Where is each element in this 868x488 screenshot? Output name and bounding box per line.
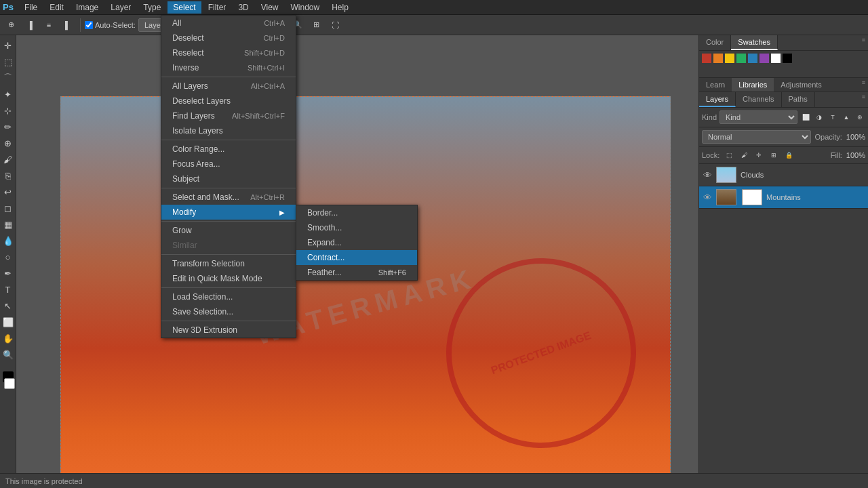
menu-item-new-3d-extrusion[interactable]: New 3D Extrusion bbox=[161, 323, 296, 338]
tab-layers[interactable]: Layers bbox=[699, 92, 736, 107]
text-tool[interactable]: T bbox=[1, 282, 16, 297]
tab-libraries[interactable]: Libraries bbox=[732, 78, 774, 92]
tab-channels[interactable]: Channels bbox=[736, 92, 781, 107]
libraries-collapse-btn[interactable]: ≡ bbox=[859, 78, 868, 92]
submenu-smooth[interactable]: Smooth... bbox=[296, 220, 417, 235]
lock-image[interactable]: 🖌 bbox=[738, 150, 749, 161]
eraser-tool[interactable]: ◻ bbox=[1, 201, 16, 216]
tab-paths[interactable]: Paths bbox=[782, 92, 815, 107]
submenu-feather[interactable]: Feather... Shift+F6 bbox=[296, 265, 417, 280]
history-brush-tool[interactable]: ↩ bbox=[1, 184, 16, 199]
lock-position[interactable]: ✛ bbox=[753, 150, 764, 161]
opacity-value[interactable]: 100% bbox=[846, 133, 865, 141]
menu-item-save-selection[interactable]: Save Selection... bbox=[161, 304, 296, 319]
menu-file[interactable]: File bbox=[19, 1, 43, 14]
menu-3d[interactable]: 3D bbox=[233, 1, 254, 14]
swatch-red[interactable] bbox=[702, 54, 711, 63]
zoom-tool[interactable]: 🔍 bbox=[1, 347, 16, 362]
tab-swatches[interactable]: Swatches bbox=[731, 35, 778, 50]
path-select-tool[interactable]: ↖ bbox=[1, 298, 16, 313]
eyedropper-tool[interactable]: ✏ bbox=[1, 119, 16, 134]
modify-submenu[interactable]: Border... Smooth... Expand... Contract..… bbox=[296, 205, 418, 281]
layer-mountains[interactable]: 👁 Mountains bbox=[699, 186, 868, 209]
menu-item-isolate-layers[interactable]: Isolate Layers bbox=[161, 123, 296, 138]
pen-tool[interactable]: ✒ bbox=[1, 266, 16, 281]
filter-text[interactable]: T bbox=[827, 112, 838, 123]
menu-item-find-layers[interactable]: Find Layers Alt+Shift+Ctrl+F bbox=[161, 108, 296, 123]
spot-heal-tool[interactable]: ⊕ bbox=[1, 136, 16, 150]
swatch-black[interactable] bbox=[783, 54, 792, 63]
menu-item-all-layers[interactable]: All Layers Alt+Ctrl+A bbox=[161, 79, 296, 94]
arrange-btn[interactable]: ⊞ bbox=[309, 17, 325, 33]
blur-tool[interactable]: 💧 bbox=[1, 233, 16, 248]
swatch-yellow[interactable] bbox=[725, 54, 734, 63]
menu-item-reselect[interactable]: Reselect Shift+Ctrl+D bbox=[161, 45, 296, 60]
swatch-green[interactable] bbox=[736, 54, 746, 63]
menu-item-all[interactable]: All Ctrl+A bbox=[161, 16, 296, 30]
menu-item-quick-mask[interactable]: Edit in Quick Mask Mode bbox=[161, 271, 296, 286]
menu-view[interactable]: View bbox=[256, 1, 284, 14]
align-center-h[interactable]: ≡ bbox=[41, 17, 57, 33]
screen-btn[interactable]: ⛶ bbox=[328, 17, 344, 33]
tab-learn[interactable]: Learn bbox=[699, 78, 732, 92]
lasso-tool[interactable]: ⌒ bbox=[1, 70, 16, 85]
menu-window[interactable]: Window bbox=[285, 1, 326, 14]
swatch-blue[interactable] bbox=[748, 54, 757, 63]
menu-item-color-range[interactable]: Color Range... bbox=[161, 142, 296, 157]
filter-pixel[interactable]: ⬜ bbox=[800, 112, 811, 123]
submenu-contract[interactable]: Contract... bbox=[296, 250, 417, 265]
menu-type[interactable]: Type bbox=[138, 1, 166, 14]
move-tool[interactable]: ✛ bbox=[1, 38, 16, 53]
menu-item-load-selection[interactable]: Load Selection... bbox=[161, 289, 296, 304]
menu-select[interactable]: Select bbox=[167, 1, 201, 14]
submenu-expand[interactable]: Expand... bbox=[296, 235, 417, 250]
menu-item-focus-area[interactable]: Focus Area... bbox=[161, 157, 296, 171]
kind-filter[interactable]: Kind bbox=[719, 110, 797, 124]
select-dropdown-menu[interactable]: All Ctrl+A Deselect Ctrl+D Reselect Shif… bbox=[161, 15, 296, 338]
align-left[interactable]: ▐ bbox=[22, 17, 38, 33]
layers-collapse-btn[interactable]: ≡ bbox=[859, 92, 868, 107]
menu-help[interactable]: Help bbox=[326, 1, 354, 14]
submenu-border[interactable]: Border... bbox=[296, 205, 417, 220]
align-right[interactable]: ▌ bbox=[60, 17, 76, 33]
menu-item-deselect[interactable]: Deselect Ctrl+D bbox=[161, 30, 296, 45]
panel-collapse-btn[interactable]: ≡ bbox=[859, 35, 868, 50]
shape-tool[interactable]: ⬜ bbox=[1, 314, 16, 329]
layer-clouds-visibility[interactable]: 👁 bbox=[703, 170, 712, 180]
menu-item-subject[interactable]: Subject bbox=[161, 171, 296, 186]
auto-select-checkbox[interactable] bbox=[85, 21, 93, 29]
blend-mode-select[interactable]: Normal bbox=[702, 130, 811, 144]
menu-layer[interactable]: Layer bbox=[105, 1, 136, 14]
menu-item-inverse[interactable]: Inverse Shift+Ctrl+I bbox=[161, 60, 296, 75]
dodge-tool[interactable]: ○ bbox=[1, 249, 16, 264]
hand-tool[interactable]: ✋ bbox=[1, 331, 16, 346]
menu-edit[interactable]: Edit bbox=[44, 1, 69, 14]
gradient-tool[interactable]: ▦ bbox=[1, 217, 16, 232]
select-tool[interactable]: ⬚ bbox=[1, 54, 16, 69]
lock-transparent[interactable]: ⬚ bbox=[724, 150, 734, 161]
swatch-purple[interactable] bbox=[760, 54, 769, 63]
menu-item-deselect-layers[interactable]: Deselect Layers bbox=[161, 94, 296, 108]
fill-value[interactable]: 100% bbox=[846, 151, 865, 159]
swatch-white[interactable] bbox=[771, 54, 781, 63]
crop-tool[interactable]: ⊹ bbox=[1, 103, 16, 118]
background-color[interactable] bbox=[4, 378, 15, 389]
menu-item-grow[interactable]: Grow bbox=[161, 223, 296, 238]
tab-adjustments[interactable]: Adjustments bbox=[774, 78, 829, 92]
layer-clouds[interactable]: 👁 Clouds bbox=[699, 164, 868, 186]
menu-item-transform-selection[interactable]: Transform Selection bbox=[161, 256, 296, 271]
filter-shape[interactable]: ▲ bbox=[841, 112, 852, 123]
filter-adj[interactable]: ◑ bbox=[814, 112, 825, 123]
lock-artboard[interactable]: ⊞ bbox=[768, 150, 779, 161]
brush-tool[interactable]: 🖌 bbox=[1, 152, 16, 167]
magic-wand-tool[interactable]: ✦ bbox=[1, 87, 16, 102]
filter-smart[interactable]: ⊛ bbox=[854, 112, 865, 123]
menu-item-modify[interactable]: Modify ▶ Border... Smooth... Expand... C… bbox=[161, 205, 296, 220]
menu-item-select-and-mask[interactable]: Select and Mask... Alt+Ctrl+R bbox=[161, 190, 296, 205]
tab-color[interactable]: Color bbox=[699, 35, 731, 50]
menu-filter[interactable]: Filter bbox=[203, 1, 232, 14]
layer-mountains-visibility[interactable]: 👁 bbox=[703, 192, 712, 203]
move-tool-options[interactable]: ⊕ bbox=[3, 17, 19, 33]
menu-image[interactable]: Image bbox=[71, 1, 104, 14]
swatch-orange[interactable] bbox=[713, 54, 723, 63]
